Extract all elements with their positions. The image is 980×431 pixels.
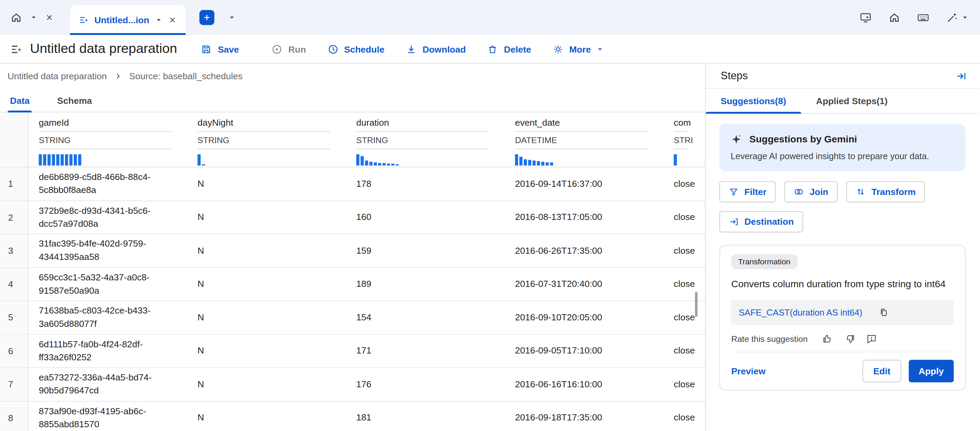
download-button[interactable]: Download xyxy=(401,38,471,60)
table-row-1[interactable]: 1de6b6899-c5d8-466b-88c4-5c8bb0f8ae8aN17… xyxy=(0,167,705,201)
tab-schema[interactable]: Schema xyxy=(55,89,94,112)
histogram-com xyxy=(674,154,689,166)
thumb-up-icon[interactable] xyxy=(823,334,834,344)
display-icon[interactable] xyxy=(859,11,872,24)
tab-schema-label: Schema xyxy=(57,95,92,105)
collapse-panel-icon[interactable] xyxy=(956,70,967,82)
breadcrumb-root[interactable]: Untitled data preparation xyxy=(8,71,107,81)
suggestion-card: Transformation Converts column duration … xyxy=(719,245,966,391)
cell-dayNight: N xyxy=(188,167,347,200)
feedback-icon[interactable] xyxy=(867,334,877,344)
page-title: Untitled data preparation xyxy=(30,41,177,57)
cell-gameId: 659cc3c1-5a32-4a37-a0c8-91587e50a90a xyxy=(29,268,188,301)
suggestion-description: Converts column duration from type strin… xyxy=(731,277,954,291)
cell-dayNight: N xyxy=(188,234,347,267)
join-icon xyxy=(794,187,804,197)
home-tab-close-icon[interactable] xyxy=(45,13,54,22)
destination-suggestion-button-label: Destination xyxy=(744,217,794,227)
breadcrumb-source: Source: baseball_schedules xyxy=(129,71,243,81)
gemini-tools-caret-icon xyxy=(961,14,969,21)
cell-gameId: 71638ba5-c803-42ce-b433-3a605d88077f xyxy=(29,301,188,334)
cell-gameId: 6d111b57-fa0b-4f24-82df-ff33a26f0252 xyxy=(29,334,188,367)
gemini-tools-button[interactable] xyxy=(945,11,969,24)
row-number: 8 xyxy=(0,401,29,431)
keyboard-icon[interactable] xyxy=(917,11,929,24)
cell-event_date: 2016-06-26T17:35:00 xyxy=(505,234,664,267)
tab-overflow-caret-icon[interactable] xyxy=(228,14,235,21)
preview-link[interactable]: Preview xyxy=(731,366,765,376)
column-type: DATETIME xyxy=(515,132,648,149)
cell-duration: 159 xyxy=(346,234,505,267)
table-row-7[interactable]: 7ea573272-336a-44a5-bd74-90b5d79647cdN17… xyxy=(0,368,705,401)
more-caret-icon xyxy=(597,46,604,53)
table-row-5[interactable]: 571638ba5-c803-42ce-b433-3a605d88077fN15… xyxy=(0,301,705,335)
suggestion-action-buttons: FilterJoinTransformDestination xyxy=(719,181,966,232)
cell-com: close xyxy=(664,334,705,367)
transform-suggestion-button[interactable]: Transform xyxy=(846,181,925,202)
tab-close-icon[interactable] xyxy=(168,16,177,25)
trash-icon xyxy=(487,43,498,55)
row-number: 5 xyxy=(0,301,29,334)
edit-button[interactable]: Edit xyxy=(863,360,901,382)
cell-com: close xyxy=(664,167,705,200)
magic-wand-icon xyxy=(945,11,958,24)
histogram-event_date xyxy=(515,154,648,166)
plus-icon xyxy=(202,13,211,22)
breadcrumb: Untitled data preparation Source: baseba… xyxy=(0,64,705,89)
copy-icon[interactable] xyxy=(878,307,888,317)
table-row-6[interactable]: 66d111b57-fa0b-4f24-82df-ff33a26f0252N17… xyxy=(0,334,705,368)
cell-dayNight: N xyxy=(188,201,347,234)
filter-suggestion-button[interactable]: Filter xyxy=(719,181,776,202)
tab-caret-icon[interactable] xyxy=(155,16,162,24)
delete-button[interactable]: Delete xyxy=(482,38,536,60)
row-number: 4 xyxy=(0,268,29,301)
data-preparation-workspace: Untitled data preparation Source: baseba… xyxy=(0,64,705,431)
cell-event_date: 2016-08-13T17:05:00 xyxy=(505,201,664,234)
column-header-duration[interactable]: durationSTRING xyxy=(346,113,505,167)
cell-dayNight: N xyxy=(188,301,347,334)
row-number: 6 xyxy=(0,334,29,367)
column-header-event_date[interactable]: event_dateDATETIME xyxy=(505,113,664,167)
cell-com: close xyxy=(664,301,705,334)
more-button-label: More xyxy=(569,44,591,54)
rate-suggestion-row: Rate this suggestion xyxy=(731,334,954,344)
destination-suggestion-button[interactable]: Destination xyxy=(719,211,803,232)
home-icon[interactable] xyxy=(10,11,22,24)
histogram-dayNight xyxy=(197,154,330,166)
more-button[interactable]: More xyxy=(547,38,609,60)
column-type: STRI xyxy=(674,132,689,149)
tab-applied-steps[interactable]: Applied Steps(1) xyxy=(801,89,902,113)
table-row-8[interactable]: 8873af90e-d93f-4195-ab6c-8855abd81570N18… xyxy=(0,401,705,431)
column-header-gameId[interactable]: gameIdSTRING xyxy=(29,113,188,167)
table-row-2[interactable]: 2372b9e8c-d93d-4341-b5c6-dcc57a97d08aN16… xyxy=(0,201,705,234)
vertical-scrollbar[interactable] xyxy=(695,292,697,317)
gemini-sparkle-icon xyxy=(730,133,742,145)
save-button[interactable]: Save xyxy=(196,38,244,60)
thumb-down-icon[interactable] xyxy=(845,334,855,344)
cell-gameId: 372b9e8c-d93d-4341-b5c6-dcc57a97d08a xyxy=(29,201,188,234)
join-suggestion-button[interactable]: Join xyxy=(784,181,837,202)
cell-duration: 171 xyxy=(346,334,505,367)
schedule-button[interactable]: Schedule xyxy=(322,38,390,60)
column-header-dayNight[interactable]: dayNightSTRING xyxy=(188,113,347,167)
tab-untitled-data-preparation[interactable]: Untitled...ion xyxy=(70,5,186,35)
home-icon[interactable] xyxy=(888,11,901,24)
column-header-com[interactable]: comSTRI xyxy=(664,113,705,167)
apply-button[interactable]: Apply xyxy=(908,360,954,382)
save-dropdown-caret-icon[interactable] xyxy=(244,46,257,53)
home-tab-caret-icon[interactable] xyxy=(30,14,38,21)
cell-gameId: 873af90e-d93f-4195-ab6c-8855abd81570 xyxy=(29,401,188,431)
new-tab-button[interactable] xyxy=(199,10,214,25)
apply-button-label: Apply xyxy=(918,366,944,376)
suggestion-code-block: SAFE_CAST(duration AS int64) xyxy=(731,300,954,325)
tab-data[interactable]: Data xyxy=(8,89,32,112)
schedule-clock-icon xyxy=(327,43,339,55)
run-button[interactable]: Run xyxy=(267,38,311,60)
table-row-3[interactable]: 331fac395-b4fe-402d-9759-43441395aa58N15… xyxy=(0,234,705,268)
row-number: 2 xyxy=(0,201,29,234)
table-row-4[interactable]: 4659cc3c1-5a32-4a37-a0c8-91587e50a90aN18… xyxy=(0,268,705,301)
home-tab[interactable] xyxy=(6,11,62,24)
tab-suggestions[interactable]: Suggestions(8) xyxy=(706,89,801,113)
suggestion-code[interactable]: SAFE_CAST(duration AS int64) xyxy=(739,307,862,317)
cell-duration: 176 xyxy=(346,368,505,401)
